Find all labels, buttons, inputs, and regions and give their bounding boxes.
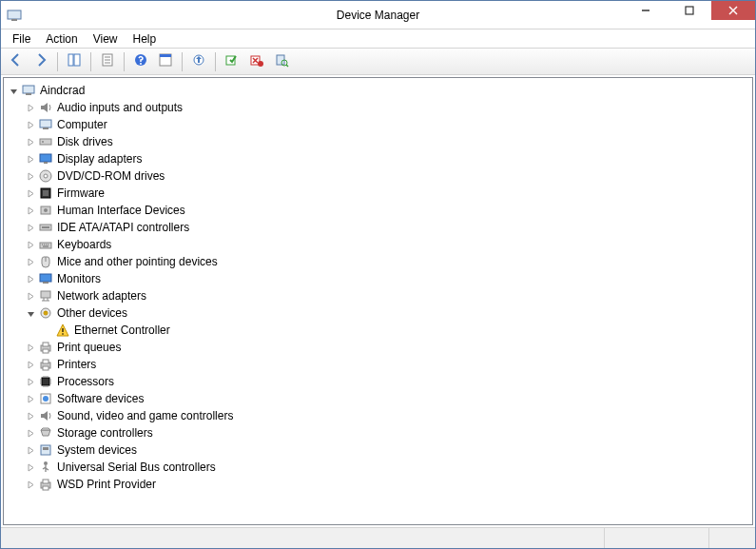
- expand-icon[interactable]: [25, 461, 36, 473]
- svg-point-41: [62, 333, 64, 335]
- maximize-button[interactable]: [668, 1, 711, 20]
- menu-file[interactable]: File: [5, 30, 38, 48]
- svg-rect-37: [43, 282, 48, 284]
- tree-node[interactable]: Aindcrad: [6, 82, 750, 99]
- tree-node[interactable]: Sound, video and game controllers: [23, 407, 750, 424]
- action-icon: [158, 52, 173, 70]
- properties-icon: [100, 52, 115, 70]
- tree-node[interactable]: Disk drives: [23, 133, 750, 150]
- tree-node[interactable]: DVD/CD-ROM drives: [23, 167, 750, 185]
- tree-node[interactable]: Audio inputs and outputs: [23, 99, 750, 116]
- svg-rect-3: [686, 7, 693, 14]
- help-icon: [133, 52, 148, 70]
- expand-icon[interactable]: [25, 376, 36, 387]
- tree-node-label: Print queues: [57, 341, 121, 354]
- expand-icon[interactable]: [25, 239, 36, 250]
- expand-icon[interactable]: [25, 187, 36, 199]
- keyboard-icon: [38, 237, 53, 252]
- expand-icon[interactable]: [25, 342, 36, 353]
- svg-rect-30: [43, 190, 48, 196]
- tree-node[interactable]: Other devices: [23, 304, 750, 322]
- app-icon: [7, 8, 22, 23]
- expand-icon[interactable]: [25, 136, 36, 147]
- expand-icon[interactable]: [25, 359, 36, 370]
- expand-icon[interactable]: [25, 153, 36, 165]
- tree-node[interactable]: Printers: [23, 356, 750, 373]
- action-button[interactable]: [154, 50, 177, 73]
- back-button[interactable]: [5, 50, 28, 73]
- speaker-icon: [38, 100, 53, 115]
- expand-icon[interactable]: [25, 393, 36, 404]
- svg-rect-47: [43, 366, 48, 370]
- tree-node[interactable]: Universal Serial Bus controllers: [23, 459, 750, 476]
- expand-icon[interactable]: [25, 119, 36, 130]
- svg-rect-7: [74, 54, 80, 66]
- svg-rect-21: [40, 120, 51, 127]
- tree-node[interactable]: Mice and other pointing devices: [23, 253, 750, 270]
- svg-rect-25: [40, 154, 51, 162]
- properties-button[interactable]: [96, 50, 119, 73]
- update-driver-button[interactable]: [187, 50, 210, 73]
- mouse-icon: [38, 254, 53, 269]
- svg-rect-12: [160, 54, 171, 57]
- svg-rect-56: [43, 486, 48, 490]
- expand-icon[interactable]: [25, 290, 36, 302]
- svg-rect-52: [43, 447, 48, 450]
- tree-node-label: Keyboards: [57, 238, 111, 251]
- tree-node[interactable]: Display adapters: [23, 150, 750, 167]
- collapse-icon[interactable]: [8, 85, 19, 96]
- tree-node[interactable]: Storage controllers: [23, 424, 750, 441]
- menu-help[interactable]: Help: [126, 30, 165, 48]
- tree-node[interactable]: Processors: [23, 373, 750, 390]
- tree-node-label: Monitors: [57, 272, 101, 285]
- expand-icon[interactable]: [25, 427, 36, 439]
- tree-node[interactable]: Software devices: [23, 390, 750, 407]
- minimize-button[interactable]: [624, 1, 668, 20]
- show-hide-console-tree-button[interactable]: [63, 50, 86, 73]
- expand-icon[interactable]: [25, 222, 36, 233]
- scan-hardware-button[interactable]: [270, 50, 293, 73]
- expand-icon[interactable]: [25, 410, 36, 422]
- tree-node[interactable]: IDE ATA/ATAPI controllers: [23, 219, 750, 236]
- dvd-icon: [38, 168, 53, 184]
- tree-node[interactable]: WSD Print Provider: [23, 476, 750, 493]
- uninstall-button[interactable]: [245, 50, 268, 73]
- svg-rect-22: [43, 127, 48, 129]
- expand-icon[interactable]: [25, 205, 36, 216]
- menu-action[interactable]: Action: [38, 30, 85, 48]
- usb-icon: [38, 460, 53, 475]
- enable-button[interactable]: [221, 50, 243, 73]
- svg-rect-46: [43, 360, 48, 363]
- svg-rect-35: [40, 243, 51, 248]
- tree-node[interactable]: Keyboards: [23, 236, 750, 253]
- menu-view[interactable]: View: [86, 30, 126, 48]
- tree-node-label: Aindcrad: [40, 84, 85, 97]
- firmware-icon: [38, 186, 53, 201]
- tree-node[interactable]: Network adapters: [23, 287, 750, 304]
- forward-button[interactable]: [29, 50, 52, 73]
- expand-icon[interactable]: [25, 102, 36, 113]
- tree-node[interactable]: Print queues: [23, 339, 750, 356]
- close-button[interactable]: [711, 1, 755, 20]
- tree-node[interactable]: Ethernet Controller: [40, 322, 750, 339]
- hid-icon: [38, 203, 53, 218]
- tree-node-label: Sound, video and game controllers: [57, 409, 233, 422]
- expand-icon[interactable]: [25, 479, 36, 490]
- help-button[interactable]: [129, 50, 152, 73]
- console-tree-icon: [67, 52, 82, 70]
- expand-icon[interactable]: [25, 273, 36, 284]
- expand-icon[interactable]: [25, 256, 36, 267]
- software-icon: [38, 391, 53, 406]
- tree-node[interactable]: Human Interface Devices: [23, 202, 750, 219]
- expand-icon[interactable]: [25, 170, 36, 182]
- tree-node[interactable]: System devices: [23, 441, 750, 459]
- tree-node[interactable]: Monitors: [23, 270, 750, 287]
- svg-rect-55: [43, 480, 48, 483]
- expand-icon[interactable]: [25, 444, 36, 456]
- collapse-icon[interactable]: [25, 307, 36, 319]
- tree-node[interactable]: Firmware: [23, 185, 750, 202]
- svg-point-10: [140, 63, 142, 65]
- svg-point-53: [44, 461, 48, 465]
- device-tree[interactable]: AindcradAudio inputs and outputsComputer…: [3, 77, 753, 525]
- tree-node[interactable]: Computer: [23, 116, 750, 133]
